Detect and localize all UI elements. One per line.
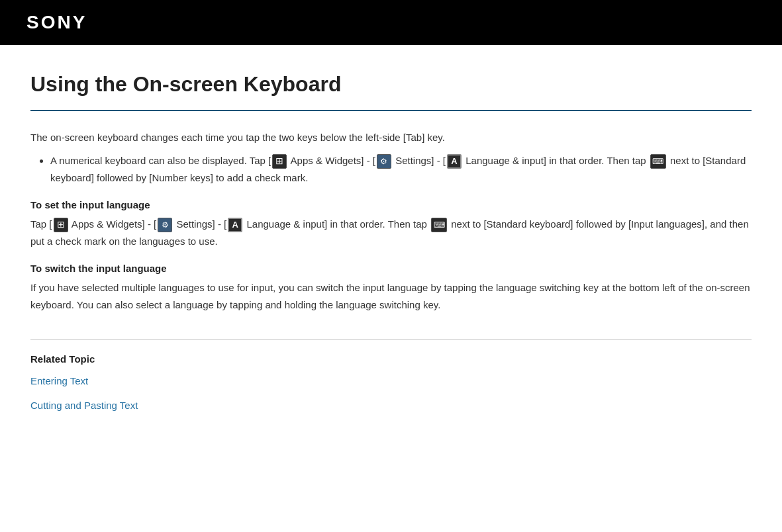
page-title: Using the On-screen Keyboard: [30, 71, 752, 97]
sony-logo: SONY: [26, 12, 87, 33]
apps-icon-1: [272, 154, 287, 169]
main-content: Using the On-screen Keyboard The on-scre…: [0, 45, 782, 449]
site-header: SONY: [0, 0, 782, 45]
section2-heading: To switch the input language: [30, 263, 752, 274]
keyboard-icon-2: [431, 218, 447, 232]
intro-text: The on-screen keyboard changes each time…: [30, 130, 752, 146]
bullet-list: A numerical keyboard can also be display…: [50, 152, 752, 186]
language-icon-2: [228, 218, 242, 232]
section2-text: If you have selected multiple languages …: [30, 279, 752, 313]
related-link-entering-text[interactable]: Entering Text: [30, 374, 752, 388]
language-icon-1: [447, 154, 462, 169]
apps-icon-2: [54, 218, 68, 232]
bullet-item-1: A numerical keyboard can also be display…: [50, 152, 752, 186]
section1-heading: To set the input language: [30, 199, 752, 210]
keyboard-icon-1: [650, 154, 666, 169]
section1-text: Tap [ Apps & Widgets] - [ Settings] - [ …: [30, 216, 752, 249]
related-topic-heading: Related Topic: [30, 353, 752, 365]
settings-icon-1: [377, 154, 391, 169]
related-link-cutting-pasting[interactable]: Cutting and Pasting Text: [30, 398, 752, 412]
bottom-divider: [30, 339, 752, 340]
title-divider: [30, 110, 752, 111]
settings-icon-2: [158, 218, 172, 232]
